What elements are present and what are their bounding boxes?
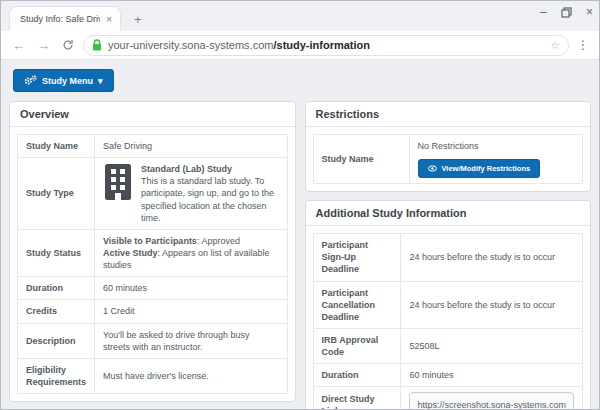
study-status-value: Visible to Participants: Approved Active… [95, 229, 287, 276]
new-tab-button[interactable]: + [129, 12, 147, 27]
restrictions-title: Restrictions [306, 102, 591, 127]
table-row: Eligibility Requirements Must have drive… [18, 358, 288, 393]
back-icon[interactable]: ← [9, 38, 28, 53]
overview-panel: Overview Study Name Safe Driving Study T… [9, 101, 296, 402]
overview-table: Study Name Safe Driving Study Type [17, 134, 288, 394]
credits-value: 1 Credit [95, 300, 287, 323]
overview-title: Overview [10, 102, 295, 127]
table-row: Description You'll be asked to drive thr… [18, 323, 288, 358]
table-row: Study Type [18, 158, 288, 230]
restore-button[interactable] [561, 7, 572, 18]
duration-label: Duration [18, 277, 95, 300]
additional-duration-value: 60 minutes [401, 364, 583, 387]
additional-info-panel: Additional Study Information Participant… [305, 200, 592, 410]
forward-icon[interactable]: → [34, 38, 53, 53]
irb-code-value: 52508L [401, 328, 583, 363]
table-row: Duration 60 minutes [313, 364, 583, 387]
table-row: Credits 1 Credit [18, 300, 288, 323]
description-label: Description [18, 323, 95, 358]
study-type-label: Study Type [18, 158, 95, 230]
eligibility-label: Eligibility Requirements [18, 358, 95, 393]
cancellation-deadline-label: Participant Cancellation Deadline [313, 281, 401, 328]
additional-info-title: Additional Study Information [306, 201, 591, 226]
window-controls: – × [540, 5, 593, 19]
page-content: Study Menu ▾ Overview Study Name Safe Dr… [1, 60, 599, 410]
tab-strip: Study Info: Safe Driving × + – × [1, 1, 599, 31]
study-name-label: Study Name [18, 135, 95, 158]
additional-duration-label: Duration [313, 364, 401, 387]
description-value: You'll be asked to drive through busy st… [95, 323, 287, 358]
reload-icon[interactable] [59, 39, 77, 51]
address-input[interactable]: your-university.sona-systems.com/study-i… [83, 35, 569, 56]
signup-deadline-label: Participant Sign-Up Deadline [313, 234, 401, 281]
bookmark-star-icon[interactable]: ☆ [550, 39, 560, 52]
study-type-text: Standard (Lab) Study This is a standard … [141, 163, 278, 224]
table-row: Participant Cancellation Deadline 24 hou… [313, 281, 583, 328]
browser-menu-icon[interactable]: ⋮ [575, 38, 591, 52]
additional-info-table: Participant Sign-Up Deadline 24 hours be… [313, 233, 584, 410]
lock-icon [92, 39, 102, 51]
signup-deadline-value: 24 hours before the study is to occur [401, 234, 583, 281]
table-row: Participant Sign-Up Deadline 24 hours be… [313, 234, 583, 281]
direct-link-label: Direct Study Link [313, 387, 401, 410]
table-row: Study Name Safe Driving [18, 135, 288, 158]
url-bar: ← → your-university.sona-systems.com/stu… [1, 31, 599, 60]
credits-label: Credits [18, 300, 95, 323]
cancellation-deadline-value: 24 hours before the study is to occur [401, 281, 583, 328]
tab-study-info[interactable]: Study Info: Safe Driving × [9, 6, 121, 31]
url-text: your-university.sona-systems.com/study-i… [108, 39, 544, 51]
close-button[interactable]: × [586, 5, 593, 19]
view-modify-restrictions-button[interactable]: View/Modify Restrictions [418, 159, 541, 178]
table-row: Direct Study Link https://screenshot.son… [313, 387, 583, 410]
restrictions-value: No Restrictions [418, 140, 575, 154]
duration-value: 60 minutes [95, 277, 287, 300]
cogs-icon [24, 75, 37, 86]
table-row: IRB Approval Code 52508L [313, 328, 583, 363]
table-row: Study Status Visible to Participants: Ap… [18, 229, 288, 276]
restrictions-panel: Restrictions Study Name No Restrictions [305, 101, 592, 192]
restrictions-table: Study Name No Restrictions [313, 134, 584, 184]
table-row: Duration 60 minutes [18, 277, 288, 300]
browser-window: Study Info: Safe Driving × + – × ← → [0, 0, 600, 410]
irb-code-label: IRB Approval Code [313, 328, 401, 363]
study-status-label: Study Status [18, 229, 95, 276]
table-row: Study Name No Restrictions [313, 135, 583, 184]
building-icon [103, 163, 133, 201]
eye-icon [428, 165, 437, 172]
minimize-button[interactable]: – [540, 7, 547, 17]
study-menu-button[interactable]: Study Menu ▾ [13, 69, 114, 92]
tab-title: Study Info: Safe Driving [20, 14, 100, 24]
tab-close-icon[interactable]: × [104, 14, 114, 25]
caret-down-icon: ▾ [98, 76, 103, 86]
restrictions-row-label: Study Name [313, 135, 409, 184]
eligibility-value: Must have driver's license. [95, 358, 287, 393]
direct-study-link-field[interactable]: https://screenshot.sona-systems.com [409, 392, 574, 410]
study-name-value: Safe Driving [95, 135, 287, 158]
